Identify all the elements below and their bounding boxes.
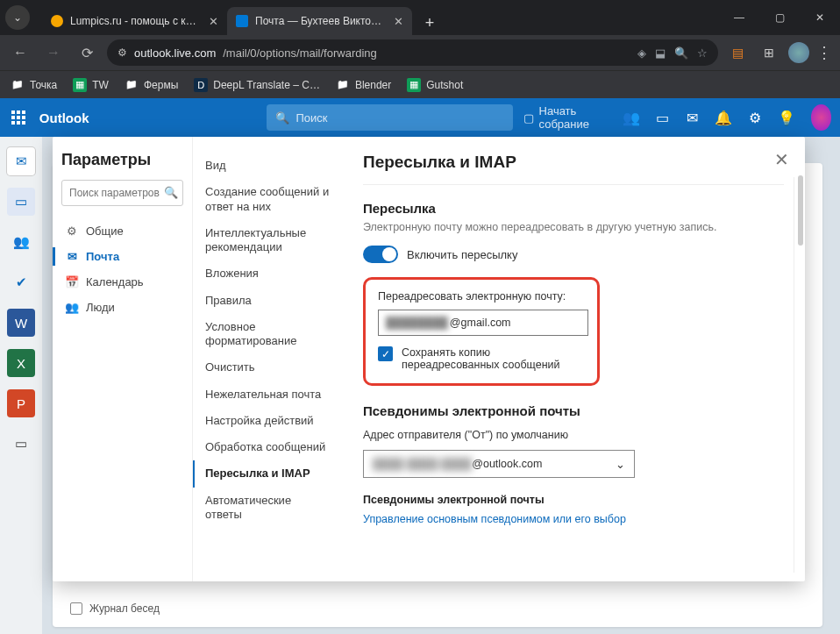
close-settings-button[interactable]: ✕	[774, 149, 789, 170]
back-button[interactable]: ←	[7, 39, 33, 66]
browser-tab-1[interactable]: Почта — Бухтеев Виктор — Ou ✕	[227, 7, 412, 35]
browser-tab-0[interactable]: Lumpics.ru - помощь с компью ✕	[42, 7, 227, 35]
settings-subsection[interactable]: Правила	[193, 288, 338, 314]
rail-people-icon[interactable]: 👥	[7, 228, 35, 256]
settings-category-Календарь[interactable]: 📅Календарь	[61, 269, 183, 295]
panel-title: Пересылка и IMAP	[363, 153, 784, 172]
settings-subsection[interactable]: Вложения	[193, 260, 338, 287]
enable-forwarding-toggle[interactable]	[363, 246, 398, 263]
folder-icon	[11, 78, 25, 92]
bookmark-icon[interactable]: ☆	[697, 46, 708, 60]
settings-subsection[interactable]: Пересылка и IMAP	[193, 460, 338, 487]
rail-todo-icon[interactable]: ✔	[7, 268, 35, 296]
bookmark-item[interactable]: Blender	[336, 78, 391, 92]
enable-forwarding-row: Включить пересылку	[363, 246, 784, 263]
search-icon: 🔍	[164, 186, 178, 199]
rail-excel-icon[interactable]: X	[7, 349, 35, 377]
teams-icon[interactable]: 👥	[623, 109, 640, 126]
tab-search-button[interactable]: ⌄	[5, 5, 30, 30]
settings-modal: Параметры 🔍 ⚙Общие✉Почта📅Календарь👥Люди …	[53, 137, 805, 581]
category-label: Общие	[86, 224, 124, 238]
tab-strip: Lumpics.ru - помощь с компью ✕ Почта — Б…	[35, 0, 442, 35]
settings-subsection[interactable]: Интеллектуальные рекомендации	[193, 220, 338, 261]
forwarding-heading: Пересылка	[363, 201, 784, 216]
extensions-button[interactable]: ⊞	[757, 40, 781, 65]
settings-subsections-column: ВидСоздание сообщений и ответ на нихИнте…	[193, 137, 342, 581]
settings-subsection[interactable]: Очистить	[193, 354, 338, 381]
addr-actions: ◈ ⬓ 🔍 ☆	[637, 46, 708, 60]
forward-button[interactable]: →	[40, 39, 67, 66]
bookmark-item[interactable]: Точка	[11, 78, 57, 92]
header-actions: ▢Начать собрание 👥 ▭ ✉ 🔔 ⚙ 💡	[523, 104, 831, 131]
bookmark-item[interactable]: ▦Gutshot	[407, 78, 463, 92]
settings-subsection[interactable]: Автоматические ответы	[193, 488, 338, 529]
journal-row[interactable]: Журнал бесед	[70, 602, 160, 615]
browser-titlebar: ⌄ Lumpics.ru - помощь с компью ✕ Почта —…	[0, 0, 840, 35]
chrome-menu-button[interactable]: ⋮	[816, 43, 833, 62]
settings-subsection[interactable]: Создание сообщений и ответ на них	[193, 179, 338, 220]
bookmark-item[interactable]: ▦TW	[73, 78, 109, 92]
lens-icon[interactable]: ◈	[637, 46, 646, 60]
rail-calendar-icon[interactable]: ▭	[7, 188, 35, 216]
settings-subsection[interactable]: Вид	[193, 153, 338, 179]
install-icon[interactable]: ⬓	[655, 46, 666, 60]
folder-icon	[336, 78, 350, 92]
notifications-icon[interactable]: 🔔	[715, 109, 732, 126]
app-launcher-button[interactable]	[9, 105, 29, 130]
camera-icon: ▢	[523, 111, 534, 125]
close-window-button[interactable]: ✕	[800, 0, 840, 35]
settings-category-Люди[interactable]: 👥Люди	[61, 295, 183, 320]
bookmark-item[interactable]: DDeepL Translate – C…	[194, 78, 320, 92]
address-bar[interactable]: ⚙ outlook.live.com/mail/0/options/mail/f…	[107, 39, 718, 66]
skype-icon[interactable]: ✉	[685, 109, 699, 126]
start-meeting-button[interactable]: ▢Начать собрание	[523, 104, 607, 131]
rail-more-icon[interactable]: ▭	[7, 430, 35, 458]
settings-subsection[interactable]: Обработка сообщений	[193, 434, 338, 460]
scrollbar[interactable]	[798, 175, 803, 573]
forward-to-input[interactable]: ████████@gmail.com	[378, 310, 588, 336]
forwarding-desc: Электронную почту можно переадресовать в…	[363, 221, 784, 233]
favicon-icon	[236, 15, 248, 27]
profile-avatar[interactable]	[788, 42, 809, 63]
search-icon: 🔍	[275, 111, 289, 125]
calendar-day-icon[interactable]: ▭	[656, 109, 670, 126]
extension-icon[interactable]: ▤	[725, 40, 750, 65]
settings-category-Почта[interactable]: ✉Почта	[61, 244, 183, 269]
zoom-icon[interactable]: 🔍	[674, 46, 688, 60]
scroll-track	[794, 177, 794, 573]
sheets-icon: ▦	[407, 78, 421, 92]
reload-button[interactable]: ⟳	[74, 39, 100, 66]
aliases-heading: Псевдонимы электронной почты	[363, 403, 784, 418]
settings-search-wrap: 🔍	[61, 180, 183, 206]
redacted-text: ████ ████ ████	[373, 458, 472, 470]
bookmarks-bar: Точка ▦TW Фермы DDeepL Translate – C… Bl…	[0, 70, 840, 98]
forwarding-highlight-box: Переадресовать электронную почту: ██████…	[363, 277, 600, 386]
outlook-search[interactable]: 🔍 Поиск	[267, 104, 513, 131]
settings-subsection[interactable]: Нежелательная почта	[193, 381, 338, 408]
maximize-button[interactable]: ▢	[759, 0, 800, 35]
settings-icon[interactable]: ⚙	[748, 109, 762, 126]
forward-to-label: Переадресовать электронную почту:	[378, 290, 585, 303]
category-label: Люди	[86, 301, 115, 314]
site-info-icon[interactable]: ⚙	[117, 46, 127, 59]
keep-copy-checkbox[interactable]: ✓	[378, 346, 393, 361]
settings-subsection[interactable]: Настройка действий	[193, 408, 338, 434]
manage-alias-link[interactable]: Управление основным псевдонимом или его …	[363, 513, 784, 525]
settings-category-Общие[interactable]: ⚙Общие	[61, 218, 183, 244]
minimize-button[interactable]: —	[719, 0, 759, 35]
default-from-label: Адрес отправителя ("От") по умолчанию	[363, 429, 784, 441]
bookmark-item[interactable]: Фермы	[125, 78, 178, 92]
close-icon[interactable]: ✕	[394, 15, 403, 28]
tab-title: Почта — Бухтеев Виктор — Ou	[255, 15, 387, 27]
rail-mail-icon[interactable]: ✉	[7, 147, 35, 175]
tips-icon[interactable]: 💡	[778, 109, 795, 126]
settings-subsection[interactable]: Условное форматирование	[193, 314, 338, 355]
default-from-select[interactable]: ████ ████ ████@outlook.com ⌄	[363, 450, 635, 478]
folder-icon	[125, 78, 139, 92]
account-avatar[interactable]	[811, 104, 831, 131]
close-icon[interactable]: ✕	[209, 15, 218, 28]
rail-powerpoint-icon[interactable]: P	[7, 389, 35, 417]
checkbox-icon[interactable]	[70, 602, 82, 615]
new-tab-button[interactable]: +	[417, 11, 442, 35]
rail-word-icon[interactable]: W	[7, 309, 35, 337]
